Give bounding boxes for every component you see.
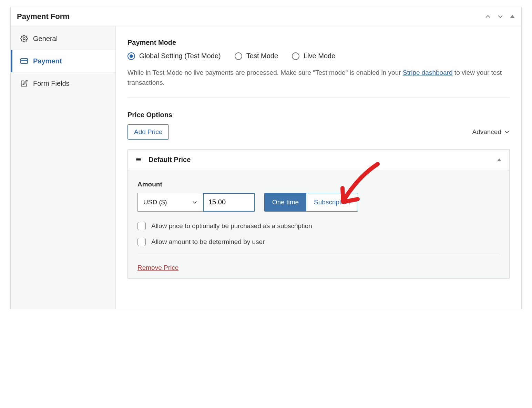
price-box-header[interactable]: Default Price <box>128 150 509 170</box>
payment-mode-hint: While in Test Mode no live payments are … <box>127 68 510 88</box>
radio-dot-icon <box>292 52 299 60</box>
price-options-controls: Add Price Advanced <box>127 124 510 140</box>
price-box-title: Default Price <box>149 156 191 164</box>
remove-price-link[interactable]: Remove Price <box>137 264 178 271</box>
radio-label: Global Setting (Test Mode) <box>139 52 221 60</box>
gear-icon <box>20 34 28 43</box>
tab-label: General <box>33 35 58 43</box>
radio-global-setting[interactable]: Global Setting (Test Mode) <box>127 52 221 60</box>
allow-user-amount-checkbox[interactable]: Allow amount to be determined by user <box>137 238 500 246</box>
svg-marker-0 <box>510 15 514 18</box>
move-up-icon[interactable] <box>485 13 491 20</box>
checkbox-icon <box>137 222 146 230</box>
amount-input[interactable] <box>203 193 255 212</box>
radio-dot-icon <box>235 52 242 60</box>
tab-payment[interactable]: Payment <box>11 50 115 72</box>
radio-dot-icon <box>127 52 135 60</box>
toggle-one-time[interactable]: One time <box>265 193 306 211</box>
radio-test-mode[interactable]: Test Mode <box>235 52 278 60</box>
panel-title: Payment Form <box>17 12 70 21</box>
radio-label: Test Mode <box>246 52 278 60</box>
tab-label: Form Fields <box>33 80 70 88</box>
move-down-icon[interactable] <box>497 13 503 20</box>
currency-amount-group: USD ($) <box>137 193 255 212</box>
checkbox-label: Allow price to optionally be purchased a… <box>151 222 312 230</box>
billing-type-toggle: One time Subscription <box>264 193 358 212</box>
amount-label: Amount <box>137 181 500 188</box>
default-price-box: Default Price Amount USD ($) <box>127 149 510 279</box>
tab-label: Payment <box>33 57 62 65</box>
content-area: Payment Mode Global Setting (Test Mode) … <box>116 26 521 309</box>
advanced-toggle[interactable]: Advanced <box>472 128 510 136</box>
collapse-icon[interactable] <box>510 13 515 20</box>
drag-handle-icon[interactable] <box>135 156 142 163</box>
edit-icon <box>20 79 28 88</box>
radio-label: Live Mode <box>304 52 335 60</box>
payment-form-panel: Payment Form General <box>10 7 522 309</box>
collapse-price-icon[interactable] <box>497 157 502 162</box>
chevron-down-icon <box>504 129 510 135</box>
divider <box>127 98 510 98</box>
add-price-button[interactable]: Add Price <box>127 124 169 140</box>
allow-subscription-checkbox[interactable]: Allow price to optionally be purchased a… <box>137 222 500 230</box>
chevron-down-icon <box>192 200 197 205</box>
panel-actions <box>485 13 515 20</box>
svg-point-1 <box>23 38 25 40</box>
panel-header: Payment Form <box>11 7 521 26</box>
checkbox-label: Allow amount to be determined by user <box>151 238 265 246</box>
stripe-dashboard-link[interactable]: Stripe dashboard <box>403 69 453 76</box>
currency-value: USD ($) <box>143 198 167 206</box>
radio-live-mode[interactable]: Live Mode <box>292 52 335 60</box>
svg-marker-7 <box>497 159 501 161</box>
hint-text: While in Test Mode no live payments are … <box>127 69 403 76</box>
advanced-label: Advanced <box>472 128 501 136</box>
checkbox-icon <box>137 238 146 246</box>
tab-form-fields[interactable]: Form Fields <box>11 72 115 94</box>
toggle-subscription[interactable]: Subscription <box>306 193 358 211</box>
credit-card-icon <box>20 57 28 65</box>
payment-mode-radios: Global Setting (Test Mode) Test Mode Liv… <box>127 52 510 60</box>
currency-select[interactable]: USD ($) <box>137 193 203 212</box>
tab-general[interactable]: General <box>11 28 115 50</box>
payment-mode-heading: Payment Mode <box>127 39 510 47</box>
price-options-heading: Price Options <box>127 111 510 119</box>
sidebar-tabs: General Payment Form Fields <box>11 26 116 309</box>
price-box-body: Amount USD ($) One time Subscription <box>128 170 509 278</box>
divider <box>137 254 500 254</box>
panel-body: General Payment Form Fields Payment Mode <box>11 26 521 309</box>
svg-rect-2 <box>21 59 28 63</box>
amount-row: USD ($) One time Subscription <box>137 193 500 212</box>
